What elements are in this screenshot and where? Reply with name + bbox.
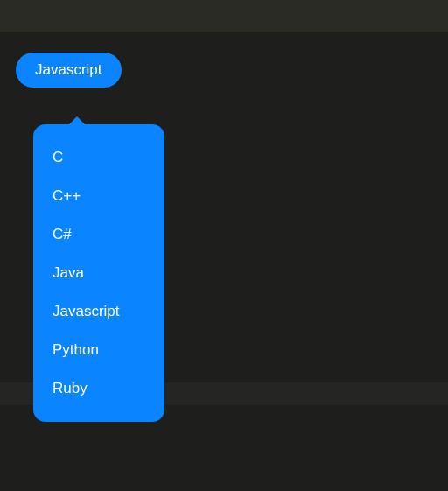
language-selector-button[interactable]: Javascript [16, 53, 122, 88]
language-dropdown: C C++ C# Java Javascript Python Ruby [33, 124, 164, 422]
dropdown-item-javascript[interactable]: Javascript [33, 292, 164, 331]
dropdown-item-ruby[interactable]: Ruby [33, 369, 164, 408]
dropdown-item-python[interactable]: Python [33, 331, 164, 369]
dropdown-item-c[interactable]: C [33, 138, 164, 177]
dropdown-item-cpp[interactable]: C++ [33, 177, 164, 215]
dropdown-item-csharp[interactable]: C# [33, 215, 164, 254]
dropdown-item-java[interactable]: Java [33, 254, 164, 292]
window-top-bar [0, 0, 448, 32]
editor-area: Javascript lo() { Hello world!'); hello(… [0, 32, 448, 88]
